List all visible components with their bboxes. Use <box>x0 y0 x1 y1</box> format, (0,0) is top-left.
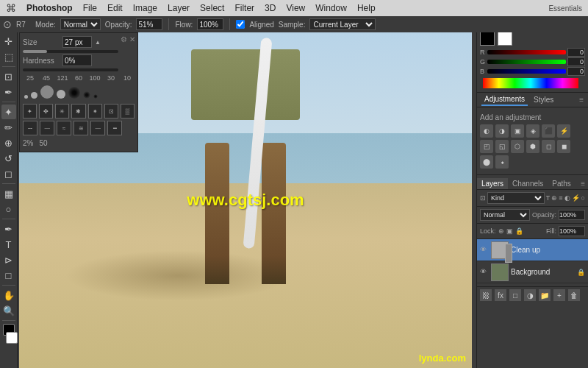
menu-edit[interactable]: Edit <box>107 3 123 13</box>
brush-type-10[interactable]: ≈ <box>57 121 71 135</box>
adj-hue-sat[interactable]: ⬛ <box>542 124 555 138</box>
stamp-tool[interactable]: ⊕ <box>1 135 16 150</box>
filter-icon-2[interactable]: ⊕ <box>551 194 557 202</box>
filter-icon-5[interactable]: ⚡ <box>572 194 580 202</box>
layer-eye-1[interactable]: 👁 <box>480 246 489 255</box>
background-swatch[interactable] <box>498 31 512 46</box>
b-slider[interactable] <box>487 69 566 74</box>
path-select-tool[interactable]: ⊳ <box>1 252 16 267</box>
filter-icon-3[interactable]: ≡ <box>559 194 562 202</box>
apple-menu[interactable]: ⌘ <box>6 2 16 14</box>
adj-curves[interactable]: ◑ <box>495 124 509 138</box>
layer-mask-btn[interactable]: □ <box>509 289 521 301</box>
eyedropper-tool[interactable]: ✒ <box>1 85 16 99</box>
brush-preview-7[interactable] <box>93 94 98 99</box>
brush-type-8[interactable]: ╌ <box>23 121 37 135</box>
g-slider[interactable] <box>487 60 566 64</box>
lasso-tool[interactable]: ⬚ <box>1 49 16 64</box>
history-brush-tool[interactable]: ↺ <box>1 151 16 166</box>
brush-type-11[interactable]: ≋ <box>74 121 88 135</box>
adj-invert[interactable]: ◻ <box>542 140 555 153</box>
menu-filter[interactable]: Filter <box>234 3 254 13</box>
r-value[interactable] <box>567 48 585 57</box>
tab-channels[interactable]: Channels <box>508 178 548 189</box>
foreground-swatch[interactable] <box>480 31 495 46</box>
layer-kind-select[interactable]: Kind <box>487 192 545 204</box>
menu-help[interactable]: Help <box>357 3 376 13</box>
eraser-tool[interactable]: ◻ <box>1 166 16 181</box>
layer-row-cleanup[interactable]: 👁 Clean up <box>477 239 588 261</box>
menu-window[interactable]: Window <box>315 3 347 13</box>
brush-size-input[interactable] <box>62 36 92 48</box>
layer-adjustment-btn[interactable]: ◑ <box>524 289 536 301</box>
brush-type-9[interactable]: ⸻ <box>40 121 54 135</box>
filter-toggle[interactable]: ○ <box>581 194 585 202</box>
adj-channel-mixer[interactable]: ⬡ <box>511 140 524 153</box>
menu-select[interactable]: Select <box>200 3 224 13</box>
brush-panel-settings-icon[interactable]: ⚙ <box>121 35 127 43</box>
color-spectrum-bar[interactable] <box>483 78 578 88</box>
background-color[interactable] <box>6 332 18 344</box>
layer-style-btn[interactable]: fx <box>495 289 506 301</box>
brush-type-2[interactable]: ✤ <box>39 104 53 118</box>
adj-bw[interactable]: ◰ <box>480 140 493 153</box>
pen-tool[interactable]: ✒ <box>1 222 16 236</box>
adjustments-menu-icon[interactable]: ≡ <box>579 96 584 104</box>
menu-file[interactable]: File <box>83 3 97 13</box>
brush-preview-6[interactable] <box>83 91 90 99</box>
brush-type-3[interactable]: ✳ <box>55 104 69 118</box>
layer-folder-btn[interactable]: 📁 <box>539 289 551 301</box>
lock-image-icon[interactable]: ▣ <box>506 227 513 235</box>
brush-type-1[interactable]: ✦ <box>23 104 37 118</box>
brush-size-stepper-up[interactable]: ▲ <box>95 39 101 46</box>
brush-type-6[interactable]: ⊡ <box>104 104 118 118</box>
layer-new-btn[interactable]: + <box>553 289 565 301</box>
blend-mode-select[interactable]: Normal <box>480 209 530 221</box>
menu-layer[interactable]: Layer <box>168 3 190 13</box>
filter-icon-1[interactable]: T <box>546 194 551 202</box>
app-name[interactable]: Photoshop <box>26 3 73 13</box>
filter-icon-4[interactable]: ◐ <box>564 194 570 202</box>
tab-paths[interactable]: Paths <box>548 178 576 189</box>
lock-position-icon[interactable]: ⊕ <box>498 227 504 235</box>
layer-delete-btn[interactable]: 🗑 <box>568 289 580 301</box>
b-value[interactable] <box>567 67 585 76</box>
adj-exposure[interactable]: ▣ <box>511 124 524 138</box>
g-value[interactable] <box>567 57 585 66</box>
brush-tool[interactable]: ✏ <box>1 120 16 135</box>
shape-tool[interactable]: □ <box>1 268 16 283</box>
brush-hardness-input[interactable] <box>62 54 92 66</box>
burn-tool[interactable]: ○ <box>1 202 16 216</box>
aligned-checkbox[interactable] <box>236 20 245 29</box>
sample-select[interactable]: Current Layer <box>309 18 376 30</box>
text-tool[interactable]: T <box>1 237 16 252</box>
brush-type-12[interactable]: ⸻ <box>90 121 105 135</box>
brush-preview-4[interactable] <box>57 90 65 99</box>
tab-styles[interactable]: Styles <box>531 94 556 105</box>
menu-3d[interactable]: 3D <box>265 3 276 13</box>
hand-tool[interactable]: ✋ <box>1 288 16 302</box>
adj-color-balance[interactable]: ⚡ <box>557 124 570 138</box>
layer-row-background[interactable]: 👁 Background 🔒 <box>477 261 588 283</box>
lock-all-icon[interactable]: 🔒 <box>515 227 523 235</box>
brush-preview-5[interactable] <box>68 87 80 99</box>
adj-gradient-map[interactable]: ⬥ <box>495 155 509 169</box>
mode-select[interactable]: Normal <box>60 18 101 30</box>
brush-panel-close-icon[interactable]: ✕ <box>129 35 135 43</box>
brush-type-13[interactable]: ━ <box>107 121 122 135</box>
gradient-tool[interactable]: ▦ <box>1 186 16 201</box>
brush-type-7[interactable]: ▒ <box>121 104 135 118</box>
zoom-tool[interactable]: 🔍 <box>1 303 16 318</box>
flow-input[interactable] <box>197 18 223 30</box>
adj-color-lookup[interactable]: ⬢ <box>526 140 539 153</box>
brush-size-slider[interactable] <box>23 50 118 53</box>
opacity-value[interactable] <box>559 210 585 220</box>
crop-tool[interactable]: ⊡ <box>1 69 16 84</box>
layer-link-btn[interactable]: ⛓ <box>480 289 492 301</box>
r-slider[interactable] <box>487 50 566 54</box>
layers-panel-menu-icon[interactable]: ≡ <box>578 178 588 189</box>
brush-preview-1[interactable] <box>24 95 28 99</box>
heal-tool[interactable]: ✦ <box>1 105 16 119</box>
menu-image[interactable]: Image <box>133 3 157 13</box>
layer-eye-2[interactable]: 👁 <box>480 268 489 277</box>
